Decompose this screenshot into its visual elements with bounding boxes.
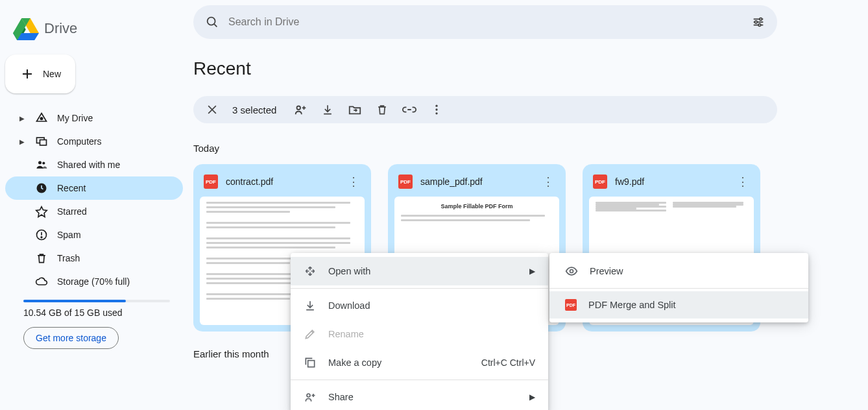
svg-marker-11 bbox=[36, 207, 47, 217]
nav-trash[interactable]: ▶ Trash bbox=[5, 247, 183, 270]
nav-label: Storage (70% full) bbox=[57, 276, 130, 287]
file-menu-icon[interactable]: ⋮ bbox=[736, 175, 750, 189]
ctx-open-with[interactable]: Open with ▶ bbox=[291, 257, 548, 285]
nav-starred[interactable]: ▶ Starred bbox=[5, 200, 183, 223]
spam-icon bbox=[35, 228, 48, 241]
svg-point-29 bbox=[436, 108, 438, 110]
share-icon[interactable] bbox=[293, 102, 307, 117]
file-name: sample_pdf.pdf bbox=[420, 176, 533, 187]
submenu-pdf-merge-split[interactable]: PDF PDF Merge and Split bbox=[549, 291, 808, 319]
file-menu-icon[interactable]: ⋮ bbox=[541, 175, 555, 189]
drive-logo-icon bbox=[13, 16, 39, 42]
download-icon[interactable] bbox=[320, 102, 335, 117]
computers-icon bbox=[35, 135, 48, 148]
nav-label: My Drive bbox=[57, 113, 93, 123]
ctx-download[interactable]: Download bbox=[291, 291, 548, 320]
nav-spam[interactable]: ▶ Spam bbox=[5, 223, 183, 247]
svg-point-5 bbox=[40, 117, 42, 119]
file-menu-icon[interactable]: ⋮ bbox=[346, 175, 361, 189]
plus-icon bbox=[19, 66, 35, 82]
submenu-label: PDF Merge and Split bbox=[588, 300, 676, 310]
ctx-label: Share bbox=[328, 392, 354, 402]
page-title: Recent bbox=[193, 58, 863, 79]
nav-label: Shared with me bbox=[57, 160, 120, 170]
ctx-label: Rename bbox=[328, 329, 364, 339]
ctx-make-copy[interactable]: Make a copy Ctrl+C Ctrl+V bbox=[291, 348, 548, 377]
storage-bar-fill bbox=[23, 300, 126, 302]
rename-icon bbox=[304, 328, 317, 341]
new-button[interactable]: New bbox=[5, 54, 75, 93]
open-with-submenu: Preview PDF PDF Merge and Split bbox=[549, 253, 808, 322]
eye-icon bbox=[565, 265, 578, 278]
sidebar: Drive New ▶ My Drive ▶ Computers bbox=[0, 0, 188, 410]
ctx-rename: Rename bbox=[291, 320, 548, 348]
svg-point-20 bbox=[760, 18, 762, 21]
search-bar[interactable] bbox=[193, 5, 777, 39]
more-options-icon[interactable] bbox=[429, 102, 444, 117]
nav-list: ▶ My Drive ▶ Computers ▶ Shared with me bbox=[5, 106, 183, 293]
search-options-icon[interactable] bbox=[751, 15, 766, 29]
share-icon bbox=[304, 391, 317, 404]
storage-bar bbox=[23, 300, 170, 302]
delete-icon[interactable] bbox=[375, 102, 389, 117]
chevron-right-icon: ▶ bbox=[529, 392, 535, 402]
my-drive-icon bbox=[35, 112, 48, 125]
nav-storage[interactable]: ▶ Storage (70% full) bbox=[5, 270, 183, 293]
new-button-label: New bbox=[43, 69, 61, 79]
nav-computers[interactable]: ▶ Computers bbox=[5, 130, 183, 153]
svg-point-32 bbox=[307, 394, 310, 397]
ctx-share[interactable]: Share ▶ bbox=[291, 383, 548, 410]
caret-icon: ▶ bbox=[19, 138, 26, 145]
svg-point-25 bbox=[297, 106, 301, 110]
preview-heading: Sample Fillable PDF Form bbox=[401, 203, 553, 210]
link-icon[interactable] bbox=[402, 102, 416, 117]
pdf-icon: PDF bbox=[398, 175, 413, 189]
svg-line-16 bbox=[214, 24, 217, 27]
svg-point-35 bbox=[570, 270, 573, 273]
submenu-preview[interactable]: Preview bbox=[549, 257, 808, 285]
nav-label: Spam bbox=[57, 230, 81, 240]
search-icon bbox=[205, 15, 219, 29]
svg-point-9 bbox=[42, 162, 45, 164]
chevron-right-icon: ▶ bbox=[529, 267, 535, 276]
nav-label: Trash bbox=[57, 253, 80, 263]
selection-toolbar: 3 selected bbox=[193, 96, 777, 123]
ctx-label: Open with bbox=[328, 266, 370, 276]
storage-used-text: 10.54 GB of 15 GB used bbox=[5, 308, 183, 318]
context-menu: Open with ▶ Download Rename Make a copy … bbox=[291, 253, 548, 410]
svg-rect-31 bbox=[308, 361, 315, 367]
nav-label: Computers bbox=[57, 136, 101, 147]
separator bbox=[291, 288, 548, 289]
clear-selection-icon[interactable] bbox=[205, 102, 219, 117]
download-icon bbox=[304, 299, 317, 312]
ctx-label: Download bbox=[328, 300, 370, 311]
section-today: Today bbox=[193, 143, 863, 154]
file-name: contract.pdf bbox=[226, 176, 339, 187]
star-icon bbox=[35, 205, 48, 218]
caret-icon: ▶ bbox=[19, 115, 26, 122]
pdf-app-icon: PDF bbox=[565, 299, 577, 311]
logo-area[interactable]: Drive bbox=[5, 5, 183, 54]
get-more-storage-button[interactable]: Get more storage bbox=[23, 327, 119, 349]
trash-icon bbox=[35, 252, 48, 265]
copy-icon bbox=[304, 356, 317, 369]
svg-point-28 bbox=[436, 105, 438, 107]
separator bbox=[549, 288, 808, 289]
nav-shared[interactable]: ▶ Shared with me bbox=[5, 153, 183, 176]
pdf-icon: PDF bbox=[204, 175, 218, 189]
nav-my-drive[interactable]: ▶ My Drive bbox=[5, 106, 183, 130]
pdf-icon: PDF bbox=[593, 175, 607, 189]
nav-recent[interactable]: ▶ Recent bbox=[5, 176, 183, 200]
clock-icon bbox=[35, 182, 48, 195]
svg-point-22 bbox=[758, 24, 761, 27]
svg-point-21 bbox=[755, 21, 758, 23]
nav-label: Recent bbox=[57, 183, 86, 193]
nav-label: Starred bbox=[57, 206, 87, 217]
move-icon[interactable] bbox=[348, 102, 362, 117]
selection-count: 3 selected bbox=[232, 104, 276, 115]
cloud-icon bbox=[35, 275, 48, 288]
search-input[interactable] bbox=[228, 16, 742, 28]
file-name: fw9.pdf bbox=[615, 176, 728, 187]
svg-point-15 bbox=[208, 18, 215, 25]
svg-point-14 bbox=[41, 237, 42, 238]
